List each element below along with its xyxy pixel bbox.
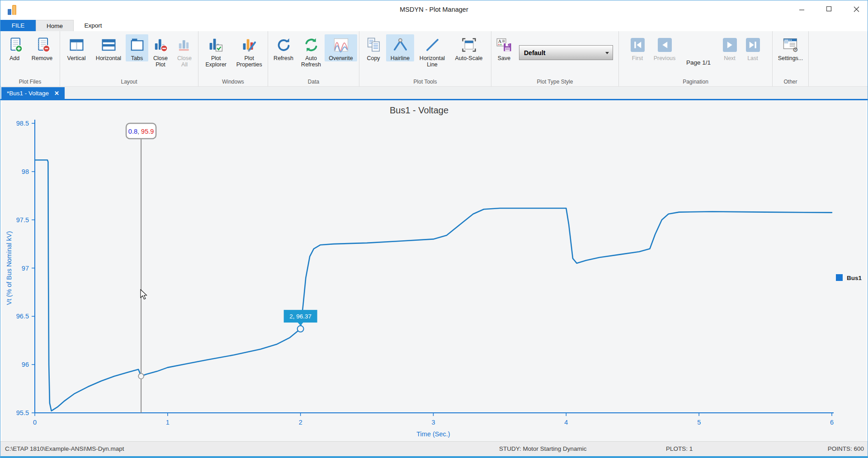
svg-text:⚙: ⚙: [792, 46, 798, 53]
next-page-icon: [723, 36, 737, 54]
settings-icon: ⚙: [782, 36, 800, 54]
plot-style-dropdown[interactable]: Default: [519, 45, 613, 60]
plot-properties-icon: [241, 36, 258, 54]
horizontal-layout-icon: [100, 36, 117, 54]
auto-scale-button[interactable]: Auto-Scale: [450, 34, 487, 61]
group-layout: Vertical Horizontal Tabs Close Plot Clos…: [60, 31, 198, 86]
x-axis-title: Time (Sec.): [416, 430, 450, 438]
overwrite-button[interactable]: Overwrite: [325, 34, 357, 61]
plot-page: Bus1 - Voltage 95.59696.59797.59898.5012…: [1, 100, 867, 442]
y-tick-label: 96: [22, 361, 29, 368]
group-other: ⚙ Settings... Other: [773, 31, 809, 86]
tab-file[interactable]: FILE: [0, 20, 36, 31]
auto-refresh-icon: [303, 36, 320, 54]
first-page-icon: [631, 36, 645, 54]
group-plot-tools: Copy Hairline Horizontal Line Auto-Scale…: [359, 31, 491, 86]
plot-explorer-button[interactable]: Plot Explorer: [200, 34, 232, 68]
x-tick-label: 1: [166, 419, 170, 426]
horizontal-line-button[interactable]: Horizontal Line: [414, 34, 450, 68]
group-pagination: First Previous Page 1/1 Next Last Pagina…: [619, 31, 773, 86]
x-tick-label: 4: [564, 419, 568, 426]
y-tick-label: 95.5: [16, 409, 29, 416]
horizontal-button[interactable]: Horizontal: [91, 34, 126, 61]
save-style-icon: A: [496, 36, 513, 54]
doc-tab-bus1-voltage[interactable]: *Bus1 - Voltage ✕: [1, 87, 65, 99]
group-label-windows: Windows: [198, 79, 268, 85]
callout-marker[interactable]: [297, 326, 304, 332]
status-bar: C:\ETAP 1810\Example-ANSI\MS-Dyn.mapt ST…: [0, 441, 868, 456]
close-plot-button[interactable]: Close Plot: [148, 34, 173, 68]
page-indicator: Page 1/1: [679, 59, 718, 66]
group-plot-type-style: A Save Default Plot Type Style: [491, 31, 619, 86]
add-icon: [6, 36, 23, 54]
last-page-button: Last: [741, 34, 764, 61]
y-tick-label: 96.5: [16, 313, 29, 320]
tabs-button[interactable]: Tabs: [126, 34, 148, 61]
maximize-button[interactable]: [821, 2, 837, 16]
x-tick-label: 2: [299, 419, 302, 426]
chevron-down-icon: [605, 52, 609, 54]
vertical-layout-icon: [68, 36, 85, 54]
minimize-button[interactable]: [794, 2, 810, 16]
copy-button[interactable]: Copy: [361, 34, 386, 61]
save-style-button[interactable]: A Save: [493, 34, 515, 61]
last-page-icon: [746, 36, 760, 54]
callout-label: 2, 96.37: [289, 313, 311, 320]
refresh-icon: [275, 36, 292, 54]
legend-label: Bus1: [847, 275, 862, 281]
document-tab-strip: *Bus1 - Voltage ✕: [0, 87, 868, 99]
group-label-layout: Layout: [60, 79, 198, 85]
mouse-cursor: [140, 289, 150, 303]
plot-style-value: Default: [524, 49, 545, 56]
group-plot-files: Add Remove Plot Files: [0, 31, 60, 86]
x-tick-label: 5: [697, 419, 701, 426]
hairline-tooltip-text: 0.8, 95.9: [128, 128, 154, 135]
tabs-layout-icon: [129, 36, 146, 54]
group-label-data: Data: [268, 79, 359, 85]
refresh-button[interactable]: Refresh: [269, 34, 297, 61]
remove-icon: [34, 36, 51, 54]
status-plots: PLOTS: 1: [666, 445, 693, 452]
ribbon: Add Remove Plot Files Vertical Horizonta…: [0, 31, 868, 87]
hairline-button[interactable]: Hairline: [386, 34, 414, 61]
next-page-button: Next: [718, 34, 741, 61]
remove-button[interactable]: Remove: [27, 34, 57, 61]
x-tick-label: 3: [431, 419, 435, 426]
vertical-button[interactable]: Vertical: [61, 34, 91, 61]
doc-tab-label: *Bus1 - Voltage: [7, 90, 49, 97]
plot-canvas[interactable]: 95.59696.59797.59898.50123456Time (Sec.)…: [1, 100, 868, 442]
ribbon-tab-row: FILE Home Export: [0, 20, 868, 31]
y-axis-title: Vt (% of Bus Nominal kV): [5, 231, 13, 305]
hairline-icon: [392, 36, 409, 54]
y-tick-label: 98.5: [16, 120, 29, 127]
previous-page-button: Previous: [650, 34, 679, 61]
plot-explorer-icon: [208, 36, 224, 54]
auto-refresh-button[interactable]: Auto Refresh: [297, 34, 325, 68]
window-title: MSDYN - Plot Manager: [0, 6, 868, 13]
title-bar: MSDYN - Plot Manager: [0, 0, 868, 20]
group-windows: Plot Explorer Plot Properties Windows: [198, 31, 268, 86]
group-label-pagination: Pagination: [619, 79, 772, 85]
auto-scale-icon: [461, 36, 477, 54]
add-button[interactable]: Add: [2, 34, 27, 61]
plot-properties-button[interactable]: Plot Properties: [232, 34, 266, 68]
tab-export[interactable]: Export: [74, 20, 113, 31]
tab-home[interactable]: Home: [36, 20, 74, 31]
status-study: STUDY: Motor Starting Dynamic: [499, 445, 587, 452]
doc-tab-close-icon[interactable]: ✕: [54, 90, 59, 97]
settings-button[interactable]: ⚙ Settings...: [774, 34, 807, 61]
status-points: POINTS: 600: [828, 445, 864, 452]
close-all-button: Close All: [173, 34, 196, 68]
first-page-button: First: [625, 34, 650, 61]
group-label-plot-tools: Plot Tools: [359, 79, 491, 85]
hairline-marker[interactable]: [138, 374, 144, 379]
group-label-plot-files: Plot Files: [0, 79, 60, 85]
group-label-other: Other: [773, 79, 808, 85]
y-tick-label: 97.5: [16, 216, 29, 224]
window-border: [0, 456, 868, 458]
copy-icon: [365, 36, 382, 54]
y-tick-label: 98: [22, 168, 29, 175]
overwrite-icon: [333, 36, 349, 54]
close-button[interactable]: [849, 2, 864, 16]
y-tick-label: 97: [22, 265, 29, 272]
